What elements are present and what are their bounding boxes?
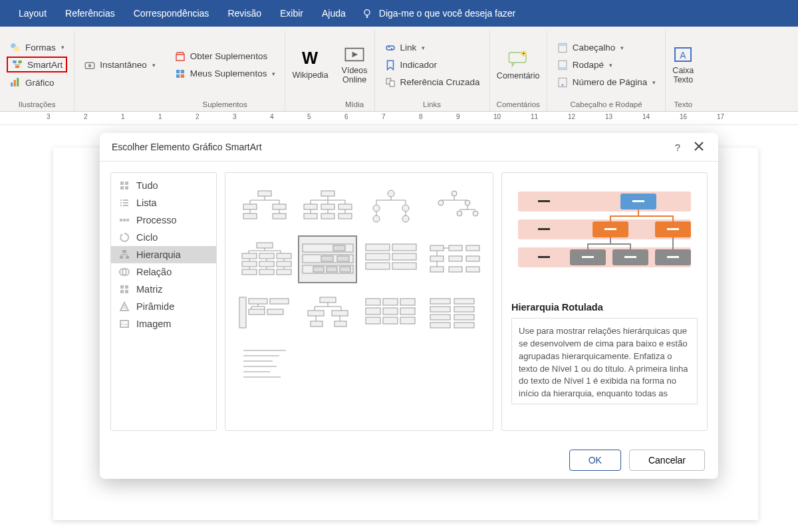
group-texto: A Caixa Texto Texto [666,31,700,111]
category-processo[interactable]: Processo [111,211,216,229]
svg-rect-103 [320,297,336,303]
preview-description[interactable]: Use para mostrar relações hierárquicas q… [511,318,698,404]
layout-thumb-6[interactable] [361,235,420,283]
layout-thumb-9[interactable] [298,289,357,336]
ruler-mark: 2 [196,113,200,120]
camera-icon [84,59,96,71]
svg-rect-116 [400,317,415,324]
screenshot-button[interactable]: Instantâneo▾ [81,58,158,72]
header-button[interactable]: Cabeçalho▾ [554,41,627,55]
svg-rect-6 [11,82,13,86]
svg-rect-91 [466,245,479,251]
comment-button[interactable]: + Comentário [497,50,540,80]
svg-rect-20 [390,80,394,86]
svg-rect-132 [538,228,550,230]
layout-thumb-12[interactable] [235,342,294,390]
group-midia: Vídeos Online Mídia [335,31,375,111]
svg-rect-114 [366,317,380,324]
layout-thumb-11[interactable] [424,289,483,336]
layout-thumb-3[interactable] [424,182,483,230]
layout-thumb-4[interactable] [235,235,294,283]
category-relacao[interactable]: Relação [111,263,216,281]
svg-rect-83 [366,244,390,251]
category-label: Relação [136,267,172,277]
chart-button[interactable]: Gráfico [7,75,57,90]
layout-thumb-7[interactable] [424,235,483,283]
svg-rect-44 [273,204,286,209]
tab-mailings[interactable]: Correspondências [127,4,216,23]
smartart-button[interactable]: SmartArt [7,57,67,72]
help-button[interactable]: ? [670,142,685,153]
tab-references[interactable]: Referências [59,4,122,23]
svg-rect-88 [392,263,416,269]
link-icon [384,42,396,54]
tell-me[interactable]: Diga-me o que você deseja fazer [362,8,515,19]
category-lista[interactable]: Lista [111,194,216,211]
get-addins-button[interactable]: Obter Suplementos [172,49,270,64]
shapes-button[interactable]: Formas▾ [7,40,67,55]
cancel-button[interactable]: Cancelar [629,450,705,471]
smartart-icon [11,59,23,70]
wikipedia-button[interactable]: W Wikipedia [292,51,328,80]
svg-rect-124 [454,323,474,328]
svg-text:+: + [523,51,525,56]
category-ciclo[interactable]: Ciclo [111,229,216,246]
ruler-mark: 3 [47,113,51,120]
thumb-graphic [237,347,293,384]
category-piramide[interactable]: Pirâmide [111,298,216,315]
shapes-icon [9,41,21,53]
svg-rect-104 [308,311,324,316]
svg-rect-120 [454,307,474,312]
category-hierarquia[interactable]: Hierarquia [111,246,216,263]
link-button[interactable]: Link▾ [382,41,428,55]
svg-rect-109 [383,299,398,305]
layout-thumb-5[interactable] [298,235,357,283]
svg-rect-40 [125,290,128,293]
svg-rect-140 [582,256,594,258]
svg-rect-105 [332,311,348,316]
svg-rect-106 [311,321,323,327]
group-label-ilustracoes: Ilustrações [19,99,56,111]
group-cabecalho: Cabeçalho▾ Rodapé▾ #Número de Página▾ Ca… [547,31,666,111]
layout-thumb-8[interactable] [235,289,294,336]
svg-rect-118 [454,299,474,304]
layout-thumb-1[interactable] [298,182,357,230]
bookmark-button[interactable]: Indicador [382,58,440,72]
thumb-graphic [300,241,356,278]
svg-rect-123 [430,323,450,328]
svg-rect-25 [559,43,567,46]
tab-view[interactable]: Exibir [273,4,310,23]
layout-thumb-0[interactable] [235,182,294,230]
layout-thumb-2[interactable] [361,182,420,230]
svg-rect-69 [259,261,274,267]
tab-review[interactable]: Revisão [221,4,268,23]
matriz-icon [119,284,130,295]
crossref-button[interactable]: Referência Cruzada [382,75,483,90]
svg-point-63 [473,211,478,216]
category-tudo[interactable]: Tudo [111,177,216,194]
layout-thumb-10[interactable] [361,289,420,336]
ruler-mark: 8 [419,113,423,120]
svg-text:W: W [302,51,319,67]
horizontal-ruler[interactable]: 32112345678910111213141617 [0,112,798,125]
tab-help[interactable]: Ajuda [315,4,352,23]
tab-layout[interactable]: Layout [12,4,53,23]
category-matriz[interactable]: Matriz [111,281,216,298]
close-button[interactable] [692,142,706,153]
textbox-button[interactable]: A Caixa Texto [672,46,694,84]
ok-button[interactable]: OK [569,450,621,471]
svg-rect-66 [259,253,274,259]
thumb-graphic [237,294,293,331]
svg-rect-121 [430,315,450,320]
online-videos-button[interactable]: Vídeos Online [342,46,368,84]
group-label-midia: Mídia [345,99,364,111]
svg-rect-53 [338,213,352,219]
svg-rect-102 [267,309,283,315]
footer-button[interactable]: Rodapé▾ [554,58,615,72]
category-imagem[interactable]: Imagem [111,315,216,332]
svg-rect-39 [120,290,124,293]
close-icon [694,142,704,151]
svg-rect-81 [327,267,337,272]
pagenumber-button[interactable]: #Número de Página▾ [554,75,659,90]
my-addins-button[interactable]: Meus Suplementos▾ [172,66,279,81]
